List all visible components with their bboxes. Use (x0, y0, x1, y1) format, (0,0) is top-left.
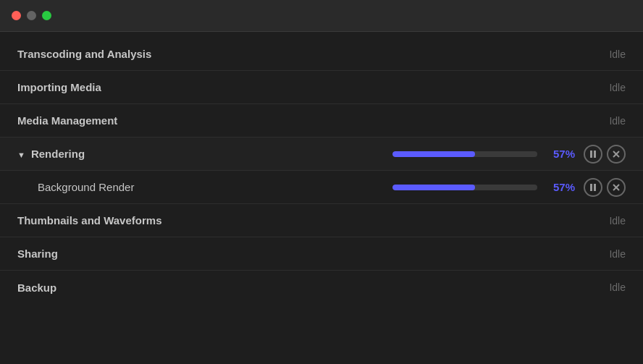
progress-bar-container (392, 151, 537, 157)
task-label-importing: Importing Media (17, 81, 162, 93)
progress-bar-fill (392, 185, 475, 190)
task-status-transcoding: Idle (597, 48, 626, 60)
task-row-importing: Importing MediaIdle (0, 71, 643, 104)
task-status-media-management: Idle (597, 115, 626, 127)
task-label-rendering: ▼Rendering (17, 148, 162, 160)
task-label-sharing: Sharing (17, 247, 162, 260)
pause-button-rendering[interactable] (584, 145, 602, 164)
task-label-thumbnails: Thumbnails and Waveforms (17, 214, 162, 227)
task-label-text: Thumbnails and Waveforms (17, 214, 161, 227)
task-status-importing: Idle (597, 82, 626, 93)
task-label-text: Rendering (31, 148, 85, 160)
task-label-text: Importing Media (17, 81, 101, 93)
minimize-button[interactable] (27, 11, 36, 20)
cancel-button-rendering[interactable] (607, 145, 626, 164)
close-button[interactable] (12, 11, 21, 20)
task-row-transcoding: Transcoding and AnalysisIdle (0, 38, 643, 71)
task-label-text: Media Management (17, 114, 117, 127)
progress-area-background-render: 57% (392, 181, 575, 193)
task-status-sharing: Idle (597, 248, 626, 260)
task-label-text: Sharing (17, 247, 58, 260)
window-controls (12, 11, 51, 20)
task-row-sharing: SharingIdle (0, 237, 643, 271)
task-row-background-render: Background Render57% (0, 171, 643, 204)
task-row-media-management: Media ManagementIdle (0, 104, 643, 137)
task-label-transcoding: Transcoding and Analysis (17, 48, 162, 60)
cancel-button-background-render[interactable] (607, 178, 626, 197)
task-controls-background-render (584, 178, 626, 197)
chevron-icon[interactable]: ▼ (17, 151, 25, 159)
progress-bar-fill (392, 151, 475, 157)
task-label-text: Transcoding and Analysis (17, 48, 151, 60)
svg-rect-5 (594, 184, 596, 191)
title-bar (0, 0, 643, 32)
task-status-thumbnails: Idle (597, 215, 626, 227)
task-list: Transcoding and AnalysisIdleImporting Me… (0, 32, 643, 364)
task-row-thumbnails: Thumbnails and WaveformsIdle (0, 204, 643, 237)
progress-bar-container (392, 185, 537, 190)
task-label-media-management: Media Management (17, 114, 162, 127)
svg-rect-0 (590, 151, 592, 158)
progress-percent-background-render: 57% (546, 181, 575, 193)
pause-button-background-render[interactable] (584, 178, 602, 197)
progress-percent-rendering: 57% (546, 148, 575, 160)
progress-area-rendering: 57% (392, 148, 575, 160)
task-status-backup: Idle (597, 282, 626, 293)
task-row-backup: BackupIdle (0, 271, 643, 304)
task-label-backup: Backup (17, 282, 162, 294)
svg-rect-4 (590, 184, 592, 191)
task-label-text: Background Render (38, 181, 134, 193)
task-row-rendering: ▼Rendering57% (0, 137, 643, 171)
maximize-button[interactable] (42, 11, 51, 20)
task-label-text: Backup (17, 282, 56, 294)
task-label-background-render: Background Render (17, 181, 162, 193)
svg-rect-1 (594, 151, 596, 158)
task-controls-rendering (584, 145, 626, 164)
